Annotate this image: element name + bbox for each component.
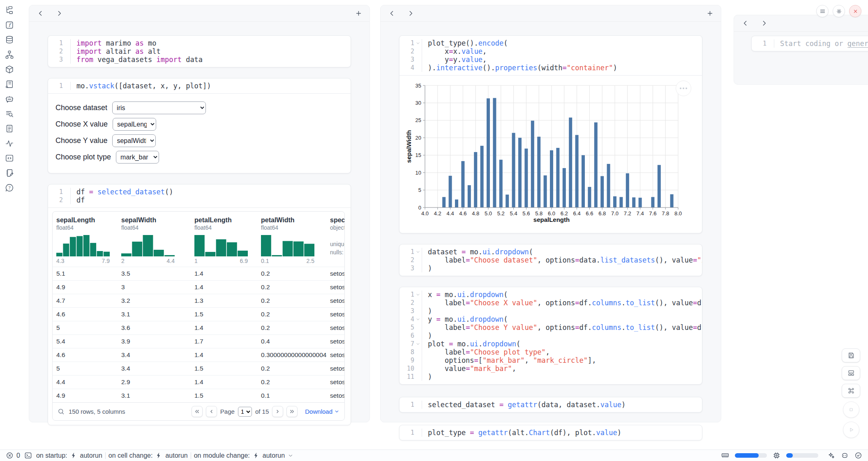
layout-button[interactable] [842,366,860,380]
connection-status-icon[interactable] [854,452,862,459]
prev-page-button[interactable] [206,406,217,417]
column-scroll-right-button[interactable] [55,9,64,18]
code-line[interactable]: 3 y=y.value, [399,55,702,64]
page-select[interactable]: 1 [238,407,252,417]
add-cell-button[interactable] [354,9,363,18]
table-row[interactable]: 5.13.51.40.2setosa [53,267,344,280]
code-editor[interactable]: 1dataset = mo.ui.dropdown(2 label="Choos… [399,244,702,276]
code-line[interactable]: 7plot = mo.ui.dropdown( [399,340,702,348]
help-icon[interactable]: ? [3,183,16,192]
table-column-header[interactable]: sepalWidthfloat64 24.4 [118,217,191,264]
code-editor[interactable]: 1x = mo.ui.dropdown(2 label="Choose X va… [399,287,702,384]
tracing-icon[interactable] [3,139,16,148]
code-cell-selected-dataset[interactable]: 1selected_dataset = getattr(data, datase… [399,397,702,413]
runtime-setting-on-startup[interactable]: on startup:autorun [36,452,102,459]
code-line[interactable]: 2import altair as alt [48,47,351,55]
chart-actions-button[interactable] [676,81,691,96]
code-cell-plot-type[interactable]: 1plot_type = getattr(alt.Chart(df), plot… [399,425,702,440]
column-histogram[interactable] [56,235,110,256]
table-row[interactable]: 4.63.11.50.2setosa [53,307,344,321]
add-cell-button[interactable] [705,9,714,18]
datasources-icon[interactable] [3,35,16,44]
stop-button[interactable] [843,401,859,418]
code-line[interactable]: 1df = selected_dataset() [48,188,351,196]
editor-placeholder[interactable]: Start coding or generate with [774,39,868,48]
code-editor[interactable]: 1selected_dataset = getattr(data, datase… [399,397,702,412]
chat-icon[interactable] [3,95,16,104]
snippets-icon[interactable] [3,154,16,163]
file-explorer-icon[interactable] [3,6,16,15]
code-editor[interactable]: 1plot_type = getattr(alt.Chart(df), plot… [399,425,702,440]
table-row[interactable]: 5.43.91.70.4setosa [53,334,344,348]
code-line[interactable]: 1selected_dataset = getattr(data, datase… [399,401,702,409]
table-column-header[interactable]: petalLengthfloat64 16.9 [191,217,257,264]
code-line[interactable]: 1plot_type().encode( [399,39,702,47]
shutdown-button[interactable] [849,5,861,17]
fold-chevron-icon[interactable] [414,315,422,323]
settings-button[interactable] [833,5,845,17]
code-line[interactable]: 8 label="Choose plot type", [399,348,702,356]
code-line[interactable]: 9 options=["mark_bar", "mark_circle"], [399,356,702,364]
code-cell-empty[interactable]: 1 Start coding or generate with [751,36,868,51]
variables-icon[interactable]: f [3,21,16,30]
code-line[interactable]: 1plot_type = getattr(alt.Chart(df), plot… [399,429,702,437]
fold-chevron-icon[interactable] [414,39,422,47]
code-editor[interactable]: 1plot_type().encode(2 x=x.value,3 y=y.va… [399,36,702,75]
search-icon[interactable] [58,408,65,415]
code-line[interactable]: 3from vega_datasets import data [48,55,351,64]
column-histogram[interactable] [261,235,314,256]
documentation-icon[interactable] [3,124,16,133]
table-column-header[interactable]: petalWidthfloat64 0.12.5 [257,217,326,264]
copilot-icon[interactable] [841,452,849,459]
code-line[interactable]: 11) [399,373,702,381]
dropdown-choose-x-value[interactable]: sepalLength [113,118,156,131]
fold-chevron-icon[interactable] [414,340,422,348]
dropdown-choose-dataset[interactable]: iris [112,101,206,114]
terminal-button[interactable] [24,451,32,460]
table-row[interactable]: 4.73.21.30.2setosa [53,294,344,307]
column-scroll-left-button[interactable] [36,9,45,18]
code-cell-imports[interactable]: 1import marimo as mo2import altair as al… [48,35,351,67]
code-cell-xy-plot-dropdowns[interactable]: 1x = mo.ui.dropdown(2 label="Choose X va… [399,287,702,385]
code-cell-dataset-dropdown[interactable]: 1dataset = mo.ui.dropdown(2 label="Choos… [399,244,702,276]
table-row[interactable]: 53.41.50.2setosa [53,362,344,375]
code-line[interactable]: 2 x=x.value, [399,47,702,55]
column-histogram[interactable] [194,235,248,256]
last-page-button[interactable] [286,406,298,417]
dropdown-choose-plot-type[interactable]: mark_bar [116,151,159,164]
generate-link[interactable]: generate [847,39,868,48]
code-line[interactable]: 1x = mo.ui.dropdown( [399,290,702,299]
code-line[interactable]: 2 label="Choose X value", options=df.col… [399,299,702,307]
runtime-setting-on-cell-change[interactable]: on cell change:autorun [108,452,188,459]
ai-sparkles-icon[interactable] [827,452,835,459]
code-editor[interactable]: 1import marimo as mo2import altair as al… [48,36,351,67]
code-line[interactable]: 10 value="mark_bar", [399,364,702,373]
table-row[interactable]: 4.42.91.40.2setosa [53,375,344,389]
code-editor[interactable]: 1mo.vstack([dataset, x, y, plot]) [48,78,351,93]
table-row[interactable]: 4.93.11.50.1setosa [53,389,344,402]
runtime-setting-on-module-change[interactable]: on module change:autorun [194,452,293,459]
code-line[interactable]: 1mo.vstack([dataset, x, y, plot]) [48,82,351,90]
table-column-header[interactable]: sepalLengthfloat64 4.37.9 [53,217,118,264]
code-line[interactable]: 2 label="Choose dataset", options=data.l… [399,256,702,264]
code-line[interactable]: 6) [399,332,702,340]
code-line[interactable]: 5 label="Choose Y value", options=df.col… [399,323,702,332]
run-button[interactable] [843,422,859,438]
table-row[interactable]: 53.61.40.2setosa [53,321,344,334]
dependency-graph-icon[interactable] [3,50,16,59]
column-histogram[interactable] [121,235,175,256]
code-line[interactable]: 1import marimo as mo [48,39,351,47]
code-line[interactable]: 3) [399,307,702,315]
save-button[interactable] [842,348,860,362]
column-scroll-left-button[interactable] [387,9,396,18]
table-row[interactable]: 4.931.40.2setosa [53,280,344,294]
code-line[interactable]: 4y = mo.ui.dropdown( [399,315,702,323]
errors-indicator[interactable]: 0 [6,452,20,459]
column-scroll-right-button[interactable] [760,19,769,28]
logs-icon[interactable] [3,80,16,89]
table-column-header[interactable]: speciesobjectunique:nulls: [326,217,345,264]
outline-icon[interactable] [3,109,16,118]
command-palette-button[interactable] [842,384,860,398]
download-button[interactable]: Download [305,408,339,415]
dropdown-choose-y-value[interactable]: sepalWidth [112,134,156,147]
